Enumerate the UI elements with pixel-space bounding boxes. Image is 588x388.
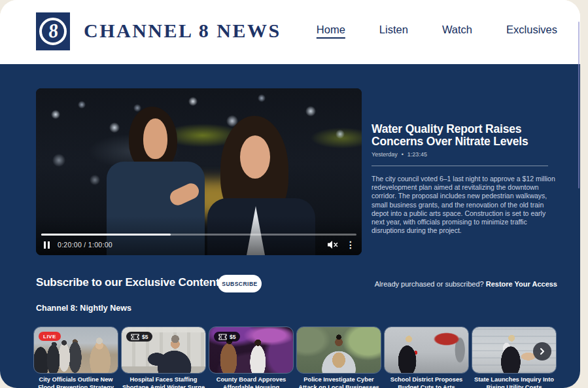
video-card-flood[interactable]: LIVE City Officials Outline New Flood Pr…: [34, 327, 118, 388]
featured-meta: Yesterday • 1:23:45: [372, 151, 556, 158]
restore-prompt: Already purchased or subscribed?: [375, 280, 486, 288]
video-card-title: School District Proposes Budget Cuts to …: [385, 376, 468, 388]
live-badge: LIVE: [39, 332, 61, 341]
progress-fill: [41, 234, 171, 236]
thumbnail-hospital: $5: [122, 327, 205, 373]
ticket-icon: [218, 334, 227, 340]
video-card-title: Police Investigate Cyber Attack on Local…: [297, 376, 381, 388]
posted-label: Yesterday: [372, 151, 398, 158]
thumbnail-cyber: [297, 327, 381, 373]
restore-access-text: Already purchased or subscribed? Restore…: [375, 280, 557, 288]
nav-listen[interactable]: Listen: [379, 24, 408, 36]
main-nav: Home Listen Watch Exclusives: [317, 24, 557, 36]
video-card-title: Hospital Faces Staffing Shortage Amid Wi…: [122, 376, 205, 388]
thumbnail-flood: LIVE: [34, 327, 118, 373]
video-card-title: County Board Approves Affordable Housing…: [209, 376, 293, 388]
video-progress-bar[interactable]: [41, 234, 356, 236]
video-player[interactable]: 0:20:00 / 1:00:00 ⋮: [36, 88, 362, 255]
price-badge: $5: [214, 332, 240, 342]
playlist-heading: Channel 8: Nightly News: [36, 304, 131, 313]
subscribe-heading: Subscribe to our Exclusive Content: [36, 276, 219, 289]
subscribe-button[interactable]: SUBSCRIBE: [218, 275, 262, 292]
price-label: $5: [142, 334, 148, 340]
divider-line: [372, 166, 548, 166]
nav-watch[interactable]: Watch: [442, 24, 472, 36]
featured-story: Water Quality Report Raises Concerns Ove…: [372, 88, 556, 235]
nav-home[interactable]: Home: [317, 24, 345, 36]
video-carousel: LIVE City Officials Outline New Flood Pr…: [34, 327, 556, 388]
meta-separator: •: [402, 151, 404, 158]
price-badge: $5: [126, 332, 152, 342]
volume-muted-icon[interactable]: [327, 240, 338, 249]
logo-eight-glyph: 8: [47, 20, 59, 41]
anchor-right-face: [240, 135, 270, 179]
chevron-right-icon: [538, 347, 546, 355]
restore-access-link[interactable]: Restore Your Access: [486, 280, 557, 288]
brand-title: CHANNEL 8 NEWS: [84, 20, 281, 42]
logo-circle-icon: 8: [39, 18, 67, 45]
video-card-title: State Launches Inquiry Into Rising Utili…: [472, 376, 556, 388]
main-section: 0:20:00 / 1:00:00 ⋮ Water Quality Report…: [0, 64, 580, 388]
video-controls: 0:20:00 / 1:00:00 ⋮: [43, 238, 355, 251]
nav-exclusives[interactable]: Exclusives: [506, 24, 557, 36]
channel8-logo[interactable]: 8: [36, 12, 70, 50]
site-header: 8 CHANNEL 8 NEWS Home Listen Watch Exclu…: [0, 0, 580, 64]
featured-title: Water Quality Report Raises Concerns Ove…: [372, 123, 556, 148]
video-card-housing[interactable]: $5 County Board Approves Affordable Hous…: [209, 327, 293, 388]
anchor-left-face: [143, 118, 167, 159]
video-card-hospital[interactable]: $5 Hospital Faces Staffing Shortage Amid…: [122, 327, 205, 388]
thumbnail-school: [385, 327, 468, 373]
thumbnail-housing: $5: [209, 327, 293, 373]
scrollbar-thumb[interactable]: [578, 22, 579, 188]
ticket-icon: [131, 334, 139, 340]
video-card-title: City Officials Outline New Flood Prevent…: [34, 376, 118, 388]
page-card: 8 CHANNEL 8 NEWS Home Listen Watch Exclu…: [0, 0, 580, 388]
time-display: 0:20:00 / 1:00:00: [58, 241, 112, 249]
video-card-school[interactable]: School District Proposes Budget Cuts to …: [385, 327, 468, 388]
price-label: $5: [230, 334, 235, 340]
pause-icon[interactable]: [43, 240, 51, 250]
featured-description: The city council voted 6–1 last night to…: [372, 175, 556, 235]
more-options-icon[interactable]: ⋮: [346, 240, 355, 249]
carousel-next-button[interactable]: [533, 342, 551, 361]
video-card-cyber[interactable]: Police Investigate Cyber Attack on Local…: [297, 327, 381, 388]
duration-label: 1:23:45: [407, 151, 427, 158]
